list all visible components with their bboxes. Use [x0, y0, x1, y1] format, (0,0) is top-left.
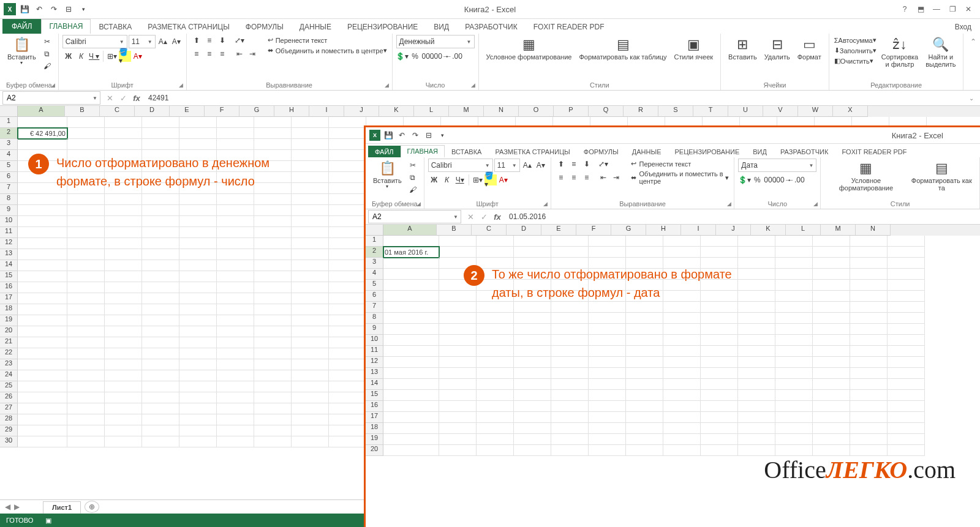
cell[interactable] [142, 205, 179, 216]
cell[interactable] [18, 205, 67, 216]
cell[interactable] [292, 304, 329, 315]
sign-in-link[interactable]: Вход [946, 20, 980, 34]
cell[interactable] [383, 280, 439, 291]
cell[interactable] [813, 390, 850, 401]
cell[interactable] [701, 423, 738, 434]
row-header[interactable]: 3 [0, 139, 18, 150]
name-box-input[interactable] [3, 94, 90, 102]
cell[interactable] [217, 282, 254, 293]
cell[interactable] [179, 238, 217, 249]
cell[interactable] [217, 194, 254, 205]
sheet-tab-1[interactable]: Лист1 [43, 501, 81, 514]
macro-record-icon[interactable]: ▣ [45, 517, 51, 525]
cell[interactable] [67, 370, 105, 381]
cell[interactable] [589, 412, 626, 423]
cell[interactable] [439, 335, 477, 346]
column-header[interactable]: V [763, 106, 798, 117]
cell[interactable] [179, 249, 217, 260]
row-header[interactable]: 30 [0, 436, 18, 447]
cell[interactable] [179, 315, 217, 326]
font-name-combo[interactable]: Calibri▼ [428, 159, 493, 172]
cell[interactable] [217, 293, 254, 304]
cell[interactable] [329, 139, 366, 150]
row-header[interactable]: 4 [366, 269, 383, 280]
cell[interactable] [551, 357, 589, 368]
cell[interactable] [329, 227, 366, 238]
alignment-dialog-launcher-icon[interactable]: ◢ [383, 81, 391, 89]
cell[interactable] [142, 403, 179, 414]
cell[interactable] [888, 412, 925, 423]
cell[interactable] [67, 326, 105, 337]
cell[interactable] [383, 423, 439, 434]
format-as-table-button[interactable]: ▤Форматировать как таблицу [575, 35, 670, 63]
cell[interactable] [142, 293, 179, 304]
cell[interactable] [701, 434, 738, 445]
cell[interactable] [439, 390, 477, 401]
column-header[interactable]: S [658, 106, 693, 117]
cell[interactable] [477, 313, 514, 324]
column-header[interactable]: F [576, 225, 611, 236]
cell[interactable] [142, 414, 179, 425]
cell[interactable] [329, 392, 366, 403]
row-header[interactable]: 16 [366, 401, 383, 412]
cell[interactable] [477, 434, 514, 445]
column-header[interactable]: D [507, 225, 541, 236]
cell[interactable] [551, 390, 589, 401]
cell[interactable] [888, 434, 925, 445]
cell[interactable] [67, 282, 105, 293]
align-middle-icon[interactable]: ≡ [568, 159, 580, 170]
cell[interactable] [67, 403, 105, 414]
format-painter-icon[interactable]: 🖌 [41, 61, 53, 72]
cell[interactable] [626, 379, 663, 390]
column-header[interactable]: L [786, 225, 821, 236]
cell[interactable] [67, 293, 105, 304]
cell[interactable] [888, 313, 925, 324]
row-header[interactable]: 13 [0, 249, 18, 260]
cell[interactable] [179, 205, 217, 216]
row-header[interactable]: 3 [366, 258, 383, 269]
cell[interactable] [477, 401, 514, 412]
cell[interactable] [888, 280, 925, 291]
cell[interactable] [514, 434, 551, 445]
cell[interactable] [18, 139, 67, 150]
tab-insert[interactable]: ВСТАВКА [445, 146, 488, 157]
cell[interactable] [179, 370, 217, 381]
sheet-next-icon[interactable]: ▶ [14, 503, 20, 511]
tab-review[interactable]: РЕЦЕНЗИРОВАНИЕ [339, 20, 426, 34]
cell[interactable] [142, 216, 179, 227]
row-header[interactable]: 8 [366, 313, 383, 324]
cell[interactable] [551, 247, 589, 258]
tab-pagelayout[interactable]: РАЗМЕТКА СТРАНИЦЫ [140, 20, 238, 34]
cell[interactable] [775, 412, 813, 423]
cell[interactable] [329, 249, 366, 260]
cell[interactable] [663, 236, 701, 247]
cell[interactable] [292, 403, 329, 414]
cell[interactable] [383, 335, 439, 346]
column-header[interactable]: K [379, 106, 414, 117]
cell[interactable] [551, 445, 589, 456]
tab-view[interactable]: ВИД [426, 20, 457, 34]
cell[interactable] [551, 412, 589, 423]
tab-formulas[interactable]: ФОРМУЛЫ [238, 20, 292, 34]
cell[interactable] [329, 337, 366, 348]
cell[interactable] [775, 269, 813, 280]
merge-center-button[interactable]: ⬌Объединить и поместить в центре ▾ [266, 45, 388, 56]
cell[interactable] [179, 392, 217, 403]
cell[interactable] [775, 302, 813, 313]
cell[interactable] [67, 414, 105, 425]
sheet-prev-icon[interactable]: ◀ [5, 503, 10, 511]
column-header[interactable]: E [170, 106, 205, 117]
column-header[interactable]: R [624, 106, 658, 117]
number-format-combo[interactable]: Денежный▼ [396, 35, 475, 48]
cell[interactable] [329, 117, 366, 128]
cell[interactable] [850, 313, 888, 324]
cell[interactable] [813, 302, 850, 313]
cell[interactable] [589, 445, 626, 456]
cell[interactable] [551, 379, 589, 390]
cell[interactable] [514, 390, 551, 401]
cell[interactable] [329, 150, 366, 161]
cell[interactable] [477, 357, 514, 368]
cell[interactable] [738, 423, 775, 434]
cell[interactable] [329, 381, 366, 392]
column-header[interactable]: T [693, 106, 728, 117]
